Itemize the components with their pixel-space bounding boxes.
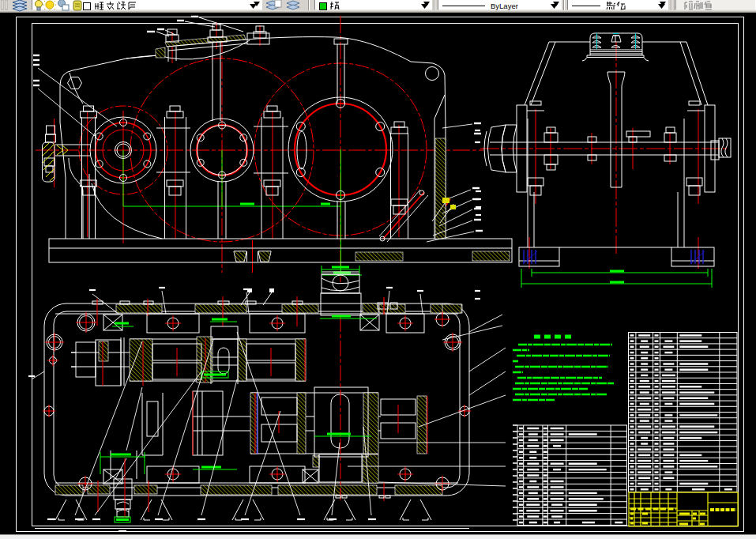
svg-text:ByLayer: ByLayer (491, 2, 518, 10)
